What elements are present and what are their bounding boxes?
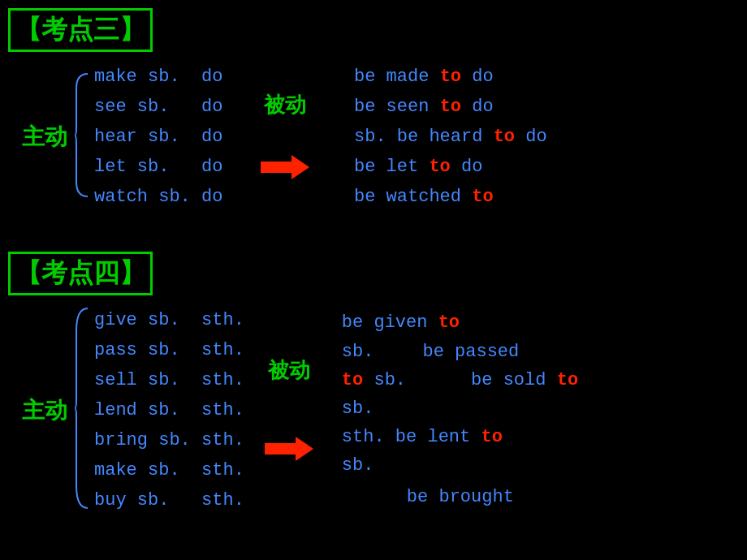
list-item: sth. be lent to <box>342 423 503 451</box>
section1: 【考点三】 主动 make sb. do see sb. do hear sb.… <box>0 8 747 210</box>
list-item: be given to <box>342 308 460 337</box>
section1-header: 【考点三】 <box>8 8 153 52</box>
list-item: hear sb. do <box>94 123 240 150</box>
list-item: be made to do <box>354 63 547 90</box>
list-item: sb. be heard to do <box>354 123 547 150</box>
section2-active-list: give sb. sth. pass sb. sth. sell sb. sth… <box>94 307 244 514</box>
list-item: bring sb. sth. <box>94 427 244 454</box>
list-item: watch sb. do <box>94 183 240 210</box>
list-item: make sb. do <box>94 63 240 90</box>
list-item: sell sb. sth. <box>94 367 244 394</box>
list-item: give sb. sth. <box>94 307 244 334</box>
list-item: make sb. sth. <box>94 457 244 484</box>
section1-active-label: 主动 <box>22 122 67 153</box>
section2-active-label: 主动 <box>22 395 67 426</box>
section2-passive-label: 被动 <box>268 356 310 385</box>
brace2 <box>73 307 89 510</box>
list-item: sb. <box>342 394 374 423</box>
list-item: be watched to <box>354 183 547 210</box>
brace1 <box>73 72 89 198</box>
list-item: see sb. do <box>94 93 240 120</box>
list-item: be let to do <box>354 153 547 180</box>
section1-passive-list: be made to do be seen to do sb. be heard… <box>338 63 547 210</box>
list-item: to sb. <box>342 366 406 394</box>
arrow-icon2 <box>265 437 313 461</box>
section2-header: 【考点四】 <box>8 252 153 295</box>
list-item: lend sb. sth. <box>94 397 244 424</box>
section2: 【考点四】 主动 give sb. sth. pass sb. sth. sel… <box>0 252 747 514</box>
section2-passive-list: be given to sb. be passed to sb. be sold… <box>342 308 578 511</box>
list-item: pass sb. sth. <box>94 337 244 364</box>
section1-active-list: make sb. do see sb. do hear sb. do let s… <box>94 63 240 210</box>
list-item: let sb. do <box>94 153 240 180</box>
list-item: be passed <box>422 338 519 366</box>
arrow-icon <box>261 155 309 179</box>
list-item: buy sb. sth. <box>94 487 244 514</box>
main-page: 【考点三】 主动 make sb. do see sb. do hear sb.… <box>0 0 747 560</box>
list-item: be seen to do <box>354 93 547 120</box>
list-item: sb. <box>342 451 374 480</box>
list-item: be brought <box>407 483 514 511</box>
section1-passive-label: 被动 <box>264 91 306 119</box>
list-item: be sold to <box>471 366 578 394</box>
list-item: sb. <box>342 338 374 366</box>
